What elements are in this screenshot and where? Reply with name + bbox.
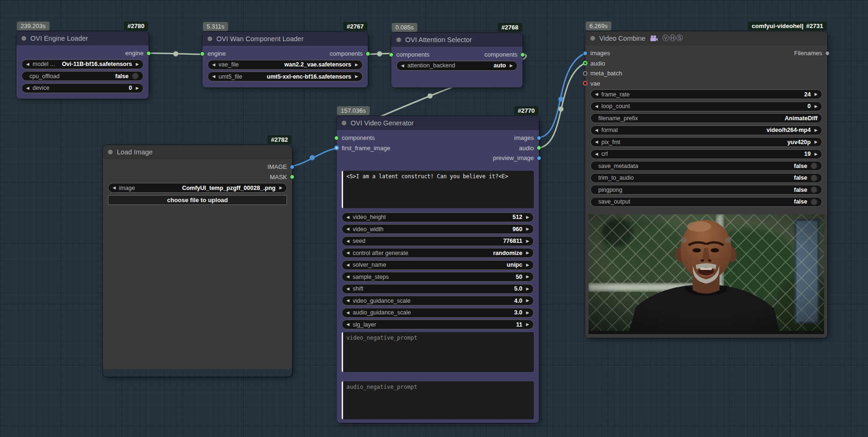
widget-crf[interactable]: ◀crf19▶ (590, 149, 822, 159)
combo-right-arrow-icon[interactable]: ▶ (355, 63, 358, 67)
widget-seed[interactable]: ◀seed776811▶ (342, 236, 534, 246)
combo-left-arrow-icon[interactable]: ◀ (346, 227, 350, 231)
widget-video-guidance-scale[interactable]: ◀video_guidance_scale4.0▶ (342, 296, 534, 306)
widget-model-[interactable]: ◀model ...Ovi-11B-bf16.safetensors▶ (22, 59, 143, 69)
node-titlebar[interactable]: OVI Video Generator (337, 116, 539, 130)
output-components-port[interactable] (366, 51, 370, 56)
input-engine-port[interactable] (200, 51, 205, 56)
widget-video-width[interactable]: ◀video_width960▶ (342, 224, 534, 234)
combo-right-arrow-icon[interactable]: ▶ (526, 239, 529, 243)
widget-device[interactable]: ◀device0▶ (22, 83, 143, 93)
output-preview-image-port[interactable] (537, 156, 541, 160)
combo-right-arrow-icon[interactable]: ▶ (526, 227, 529, 231)
widget-frame-rate[interactable]: ◀frame_rate24▶ (590, 89, 822, 99)
input-meta-batch-port[interactable] (583, 71, 588, 76)
widget-sample-steps[interactable]: ◀sample_steps50▶ (342, 272, 534, 282)
collapse-dot-icon[interactable] (22, 36, 26, 41)
input-vae-port[interactable] (583, 81, 588, 86)
combo-left-arrow-icon[interactable]: ◀ (346, 299, 350, 303)
combo-left-arrow-icon[interactable]: ◀ (346, 275, 350, 279)
combo-right-arrow-icon[interactable]: ▶ (814, 128, 818, 132)
combo-right-arrow-icon[interactable]: ▶ (526, 287, 529, 291)
widget-format[interactable]: ◀formatvideo/h264-mp4▶ (590, 125, 822, 135)
widget-solver-name[interactable]: ◀solver_nameunipc▶ (342, 260, 534, 270)
node-titlebar[interactable]: Load Image (103, 145, 292, 159)
output-filenames-port[interactable] (825, 51, 830, 56)
output-image-port[interactable] (290, 165, 294, 169)
combo-left-arrow-icon[interactable]: ◀ (26, 62, 29, 66)
collapse-dot-icon[interactable] (590, 36, 595, 41)
node-ovi-wan-component-loader[interactable]: 5.311s #2767 OVI Wan Component Loader en… (202, 32, 368, 87)
combo-left-arrow-icon[interactable]: ◀ (595, 152, 598, 156)
widget-attention-backend[interactable]: ◀attention_backendauto▶ (396, 61, 517, 71)
combo-left-arrow-icon[interactable]: ◀ (595, 128, 598, 132)
combo-left-arrow-icon[interactable]: ◀ (346, 263, 350, 267)
widget-cpu-offload[interactable]: cpu_offloadfalse (22, 71, 143, 81)
output-engine-port[interactable] (146, 51, 151, 56)
widget-save-metadata[interactable]: save_metadatafalse (590, 161, 822, 171)
input-audio-port[interactable] (583, 61, 588, 66)
combo-right-arrow-icon[interactable]: ▶ (814, 104, 818, 109)
node-ovi-engine-loader[interactable]: 239.203s #2780 OVI Engine Loader engine … (16, 31, 149, 99)
input-first-frame-image-port[interactable] (334, 146, 339, 150)
combo-left-arrow-icon[interactable]: ◀ (346, 322, 350, 327)
node-load-image[interactable]: #2782 Load Image IMAGE MASK ◀imageComfyU… (103, 145, 292, 377)
combo-left-arrow-icon[interactable]: ◀ (595, 92, 598, 96)
combo-right-arrow-icon[interactable]: ▶ (526, 275, 529, 279)
widget-choose-file-to-upload[interactable]: choose file to upload (108, 195, 287, 205)
wire-images[interactable] (537, 52, 587, 138)
widget-slg-layer[interactable]: ◀slg_layer11▶ (342, 320, 534, 329)
combo-left-arrow-icon[interactable]: ◀ (346, 311, 350, 315)
widget-image[interactable]: ◀imageComfyUI_temp_pzgff_00028_.png▶ (108, 183, 287, 193)
input-components-port[interactable] (334, 136, 339, 140)
collapse-dot-icon[interactable] (342, 121, 346, 125)
output-mask-port[interactable] (290, 175, 294, 179)
toggle-knob[interactable] (811, 175, 818, 182)
combo-left-arrow-icon[interactable]: ◀ (212, 63, 215, 67)
node-ovi-attention-selector[interactable]: 0.085s #2768 OVI Attention Selector comp… (391, 33, 523, 87)
combo-right-arrow-icon[interactable]: ▶ (814, 152, 818, 156)
combo-left-arrow-icon[interactable]: ◀ (595, 104, 598, 109)
toggle-knob[interactable] (811, 198, 818, 205)
combo-right-arrow-icon[interactable]: ▶ (814, 140, 818, 144)
graph-canvas[interactable]: { "nodes": { "engine_loader": { "time": … (0, 0, 868, 437)
combo-right-arrow-icon[interactable]: ▶ (279, 186, 282, 190)
output-components-port[interactable] (520, 52, 525, 57)
combo-right-arrow-icon[interactable]: ▶ (355, 74, 358, 79)
combo-left-arrow-icon[interactable]: ◀ (401, 64, 404, 68)
node-video-combine[interactable]: 6.269s comfyui-videohel| #2731 Video Com… (585, 31, 827, 338)
widget-save-output[interactable]: save_outputfalse (590, 197, 822, 207)
collapse-dot-icon[interactable] (396, 37, 401, 42)
widget-filename-prefix[interactable]: filename_prefixAnimateDiff (590, 113, 822, 123)
video-negative-prompt-textarea[interactable]: video_negative_prompt (342, 332, 534, 372)
combo-left-arrow-icon[interactable]: ◀ (346, 251, 350, 255)
combo-right-arrow-icon[interactable]: ▶ (136, 86, 139, 90)
combo-right-arrow-icon[interactable]: ▶ (526, 322, 529, 327)
combo-right-arrow-icon[interactable]: ▶ (509, 64, 513, 68)
widget-trim-to-audio[interactable]: trim_to_audiofalse (590, 173, 822, 183)
node-titlebar[interactable]: OVI Engine Loader (16, 31, 149, 45)
output-audio-port[interactable] (537, 146, 541, 150)
prompt-textarea[interactable]: <S>I am a latent construct! Can you beli… (342, 171, 534, 208)
widget-pingpong[interactable]: pingpongfalse (590, 185, 822, 195)
widget-umt5-file[interactable]: ◀umt5_fileumt5-xxl-enc-bf16.safetensors▶ (208, 72, 363, 81)
combo-left-arrow-icon[interactable]: ◀ (346, 287, 350, 291)
toggle-knob[interactable] (811, 162, 818, 169)
combo-right-arrow-icon[interactable]: ▶ (526, 299, 529, 303)
combo-right-arrow-icon[interactable]: ▶ (526, 215, 529, 219)
combo-right-arrow-icon[interactable]: ▶ (526, 263, 529, 267)
node-titlebar[interactable]: Video Combine ⓋⒽⓈ (585, 31, 827, 45)
combo-left-arrow-icon[interactable]: ◀ (595, 140, 598, 144)
combo-left-arrow-icon[interactable]: ◀ (212, 74, 215, 79)
toggle-knob[interactable] (811, 186, 818, 193)
node-ovi-video-generator[interactable]: 157.036s #2770 OVI Video Generator compo… (337, 116, 539, 423)
combo-left-arrow-icon[interactable]: ◀ (26, 86, 29, 90)
widget-audio-guidance-scale[interactable]: ◀audio_guidance_scale3.0▶ (342, 308, 534, 318)
collapse-dot-icon[interactable] (108, 150, 113, 154)
combo-right-arrow-icon[interactable]: ▶ (526, 251, 529, 255)
widget-shift[interactable]: ◀shift5.0▶ (342, 284, 534, 294)
combo-left-arrow-icon[interactable]: ◀ (113, 186, 116, 190)
node-titlebar[interactable]: OVI Wan Component Loader (202, 32, 368, 46)
combo-left-arrow-icon[interactable]: ◀ (346, 215, 350, 219)
combo-right-arrow-icon[interactable]: ▶ (526, 311, 529, 315)
